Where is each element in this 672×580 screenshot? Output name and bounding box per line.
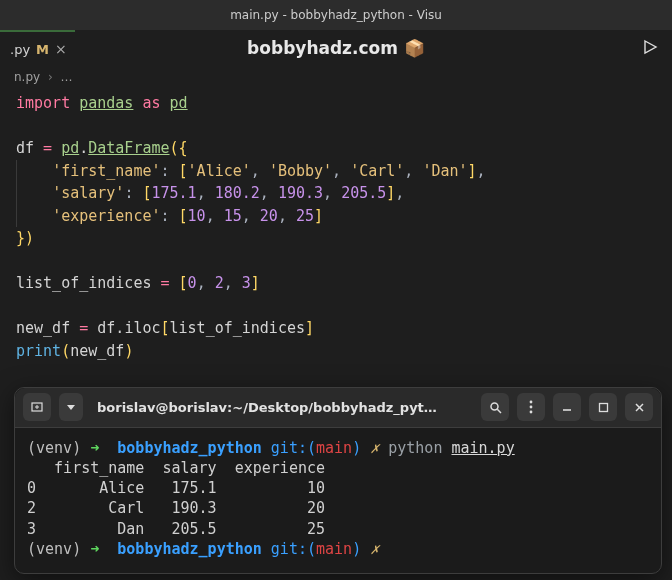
new-tab-button[interactable]: [23, 393, 51, 421]
terminal-panel: borislav@borislav:~/Desktop/bobbyhadz_py…: [14, 387, 662, 575]
prompt-branch: main: [316, 439, 352, 457]
close-button[interactable]: [625, 393, 653, 421]
svg-point-7: [530, 401, 533, 404]
module-pandas: pandas: [79, 94, 133, 112]
command-python: python: [388, 439, 442, 457]
var-df: df: [16, 139, 34, 157]
editor-toolbar: .py M × bobbyhadz.com 📦: [0, 30, 672, 66]
key-salary: 'salary': [52, 184, 124, 202]
svg-marker-4: [67, 405, 75, 410]
svg-rect-11: [599, 403, 607, 411]
svg-marker-0: [645, 41, 656, 53]
output-row: 2 Carl 190.3 20: [27, 499, 325, 517]
dropdown-button[interactable]: [59, 393, 83, 421]
cls-dataframe: DataFrame: [88, 139, 169, 157]
venv-indicator: (venv): [27, 439, 81, 457]
minimize-button[interactable]: [553, 393, 581, 421]
prompt-arrow-icon: ➜: [90, 439, 99, 457]
window-title: main.py - bobbyhadz_python - Visu: [230, 8, 442, 22]
keyword-import: import: [16, 94, 70, 112]
breadcrumb-more: …: [61, 70, 73, 84]
package-icon: 📦: [404, 38, 425, 58]
output-row: 3 Dan 205.5 25: [27, 520, 325, 538]
obj-pd: pd: [61, 139, 79, 157]
tab-label: .py: [10, 42, 30, 57]
prompt-cwd: bobbyhadz_python: [117, 439, 262, 457]
key-first-name: 'first_name': [52, 162, 160, 180]
brand-overlay: bobbyhadz.com 📦: [0, 38, 672, 58]
menu-button[interactable]: [517, 393, 545, 421]
alias-pd: pd: [170, 94, 188, 112]
breadcrumb[interactable]: n.py › …: [0, 66, 672, 88]
svg-point-8: [530, 406, 533, 409]
var-list-of-indices: list_of_indices: [16, 274, 151, 292]
window-titlebar: main.py - bobbyhadz_python - Visu: [0, 0, 672, 30]
fn-print: print: [16, 342, 61, 360]
dirty-icon: ✗: [370, 439, 379, 457]
svg-point-9: [530, 411, 533, 414]
maximize-button[interactable]: [589, 393, 617, 421]
breadcrumb-file: n.py: [14, 70, 40, 84]
output-row: 0 Alice 175.1 10: [27, 479, 325, 497]
code-editor[interactable]: import pandas as pd df = pd.DataFrame({ …: [0, 88, 672, 374]
svg-line-6: [497, 409, 501, 413]
chevron-right-icon: ›: [48, 70, 53, 84]
search-button[interactable]: [481, 393, 509, 421]
tab-main-py[interactable]: .py M ×: [0, 30, 75, 66]
brand-text: bobbyhadz.com: [247, 38, 398, 58]
terminal-title: borislav@borislav:~/Desktop/bobbyhadz_py…: [91, 400, 473, 415]
output-header: first_name salary experience: [27, 459, 325, 477]
op-assign: =: [43, 139, 52, 157]
keyword-as: as: [142, 94, 160, 112]
terminal-titlebar: borislav@borislav:~/Desktop/bobbyhadz_py…: [15, 388, 661, 428]
key-experience: 'experience': [52, 207, 160, 225]
tab-modified-indicator: M: [36, 42, 49, 57]
command-file: main.py: [451, 439, 514, 457]
var-new-df: new_df: [16, 319, 70, 337]
close-icon[interactable]: ×: [55, 41, 67, 57]
run-button[interactable]: [642, 39, 658, 58]
prompt-git: git:(: [271, 439, 316, 457]
svg-point-5: [491, 403, 498, 410]
terminal-body[interactable]: (venv) ➜ bobbyhadz_python git:(main) ✗ p…: [15, 428, 661, 574]
